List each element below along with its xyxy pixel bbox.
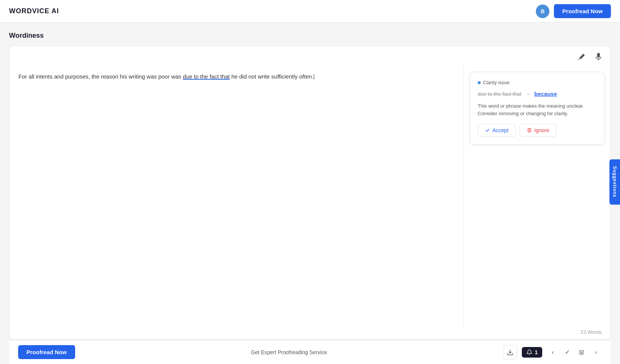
section-title: Wordiness (9, 32, 611, 40)
clarity-dot (478, 81, 481, 84)
app-logo: WORDVICE AI (9, 7, 59, 15)
suggestion-description: This word or phrase makes the meaning un… (478, 102, 597, 117)
ignore-button[interactable]: Ignore (520, 124, 557, 137)
replacement-row: due to the fact that → because (478, 91, 597, 97)
nav-next-button[interactable]: › (590, 346, 602, 358)
action-buttons: Accept Ignore (478, 124, 597, 137)
nav-check-button[interactable]: ✓ (561, 346, 573, 358)
download-button[interactable] (503, 345, 517, 359)
bottom-bar: Proofread Now Get Expert Proofreading Se… (9, 340, 611, 364)
suggestion-card: Clarity issue due to the fact that → bec… (470, 72, 605, 145)
nav-buttons: ‹ ✓ › (547, 346, 602, 358)
editor-wrapper: For all intents and purposes, the reason… (9, 46, 611, 340)
text-cursor (314, 74, 314, 80)
accept-button[interactable]: Accept (478, 124, 516, 137)
suggestions-tab[interactable]: Suggestions (609, 159, 620, 205)
bottom-right: 1 ‹ ✓ › (503, 345, 602, 359)
arrow-icon: → (525, 91, 531, 97)
microphone-icon[interactable] (592, 51, 605, 63)
word-count: 23 Words (9, 326, 611, 339)
highlighted-phrase[interactable]: due to the fact that (183, 73, 230, 80)
notification-badge[interactable]: 1 (522, 347, 542, 358)
text-after: he did not write sufficiently often. (230, 73, 314, 80)
replacement-word: because (534, 91, 557, 97)
expert-service-text: Get Expert Proofreading Service (251, 349, 327, 355)
text-content: For all intents and purposes, the reason… (19, 72, 454, 82)
proofread-now-button-bottom[interactable]: Proofread Now (18, 345, 75, 359)
ignore-label: Ignore (534, 127, 549, 133)
header-right: B Proofread Now (536, 4, 611, 18)
clarity-text: Clarity issue (483, 80, 510, 85)
editor-toolbar (9, 46, 611, 66)
original-phrase: due to the fact that (478, 91, 521, 97)
header: WORDVICE AI B Proofread Now (0, 0, 620, 23)
accept-label: Accept (492, 127, 509, 133)
editor-text-area[interactable]: For all intents and purposes, the reason… (9, 66, 463, 326)
clarity-label: Clarity issue (478, 80, 597, 85)
suggestion-panel: Clarity issue due to the fact that → bec… (463, 66, 611, 326)
proofread-now-button-header[interactable]: Proofread Now (554, 4, 611, 18)
nav-delete-button[interactable] (575, 346, 588, 358)
nav-prev-button[interactable]: ‹ (547, 346, 559, 358)
eraser-icon[interactable] (576, 51, 588, 63)
main-content: Wordiness For all intents and purposes, … (0, 23, 620, 364)
user-avatar[interactable]: B (536, 5, 549, 18)
notification-count: 1 (535, 349, 538, 355)
text-before: For all intents and purposes, the reason… (19, 73, 183, 80)
editor-body: For all intents and purposes, the reason… (9, 66, 611, 326)
